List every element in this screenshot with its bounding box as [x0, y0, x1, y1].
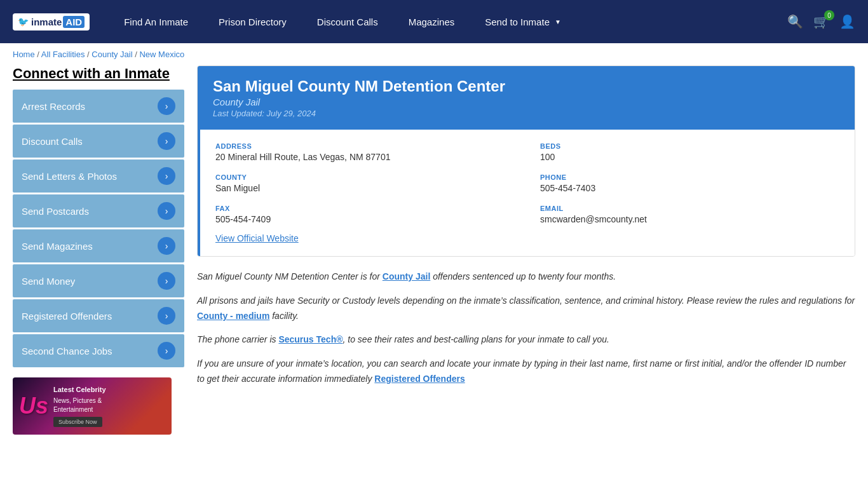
- sidebar-item-label: Send Money: [22, 276, 75, 287]
- sidebar-item-label: Discount Calls: [22, 136, 83, 147]
- sidebar-arrow-icon: ›: [158, 342, 175, 360]
- search-icon: 🔍: [787, 14, 803, 29]
- desc-para1-before: San Miguel County NM Detention Center is…: [197, 271, 383, 281]
- desc-para3-after: , to see their rates and best-calling pl…: [343, 334, 609, 344]
- sidebar-item-arrest-records[interactable]: Arrest Records ›: [13, 90, 184, 123]
- sidebar-menu: Arrest Records › Discount Calls › Send L…: [13, 90, 184, 367]
- desc-para4: If you are unsure of your inmate’s locat…: [197, 356, 855, 387]
- sidebar-arrow-icon: ›: [158, 167, 175, 185]
- official-website-link[interactable]: View Official Website: [215, 233, 299, 243]
- email-value: smcwarden@smcounty.net: [540, 214, 839, 224]
- fax-section: FAX 505-454-7409: [215, 205, 515, 224]
- sidebar-arrow-icon: ›: [158, 97, 175, 115]
- breadcrumb-all-facilities[interactable]: All Facilities: [41, 50, 85, 59]
- nav-links: Find An Inmate Prison Directory Discount…: [109, 0, 787, 43]
- sidebar-item-discount-calls[interactable]: Discount Calls ›: [13, 125, 184, 158]
- ad-subscribe-button[interactable]: Subscribe Now: [53, 417, 102, 427]
- address-label: ADDRESS: [215, 142, 515, 150]
- sidebar-title: Connect with an Inmate: [13, 65, 184, 82]
- logo-aid: AID: [63, 16, 85, 28]
- breadcrumb-home[interactable]: Home: [13, 50, 35, 59]
- beds-value: 100: [540, 152, 839, 162]
- breadcrumb: Home / All Facilities / County Jail / Ne…: [0, 43, 868, 65]
- cart-button[interactable]: 🛒 0: [813, 14, 829, 29]
- ad-logo: Us: [19, 393, 48, 419]
- phone-label: PHONE: [540, 173, 839, 181]
- sidebar-item-label: Registered Offenders: [22, 311, 112, 322]
- sidebar-arrow-icon: ›: [158, 307, 175, 325]
- facility-description: San Miguel County NM Detention Center is…: [197, 269, 855, 387]
- sidebar-item-label: Arrest Records: [22, 101, 85, 112]
- county-value: San Miguel: [215, 183, 515, 193]
- sidebar-item-label: Send Letters & Photos: [22, 171, 117, 182]
- ad-line1: Latest Celebrity: [53, 385, 106, 395]
- nav-find-inmate[interactable]: Find An Inmate: [109, 0, 203, 43]
- sidebar-arrow-icon: ›: [158, 272, 175, 290]
- nav-send-to-inmate-label: Send to Inmate: [485, 17, 550, 27]
- desc-county-jail-link[interactable]: County Jail: [383, 271, 430, 281]
- sidebar-item-send-magazines[interactable]: Send Magazines ›: [13, 229, 184, 262]
- sidebar-item-send-postcards[interactable]: Send Postcards ›: [13, 194, 184, 227]
- desc-para1-after: offenders sentenced up to twenty four mo…: [430, 271, 616, 281]
- beds-section: BEDS 100: [540, 142, 839, 162]
- nav-icons: 🔍 🛒 0 👤: [787, 14, 855, 29]
- desc-para2-after: facility.: [269, 311, 299, 321]
- email-label: EMAIL: [540, 205, 839, 212]
- sidebar-item-label: Send Postcards: [22, 206, 89, 217]
- dropdown-arrow-icon: ▼: [555, 18, 561, 25]
- breadcrumb-county-jail[interactable]: County Jail: [92, 50, 132, 59]
- ad-text: Latest Celebrity News, Pictures & Entert…: [53, 385, 106, 427]
- facility-name: San Miguel County NM Detention Center: [213, 78, 839, 95]
- facility-updated: Last Updated: July 29, 2024: [213, 109, 839, 118]
- sidebar-arrow-icon: ›: [158, 237, 175, 255]
- logo-bird-icon: 🐦: [18, 17, 29, 27]
- county-section: COUNTY San Miguel: [215, 173, 515, 193]
- user-button[interactable]: 👤: [839, 14, 855, 29]
- ad-banner[interactable]: Us Latest Celebrity News, Pictures & Ent…: [13, 377, 172, 435]
- phone-section: PHONE 505-454-7403: [540, 173, 839, 193]
- breadcrumb-state[interactable]: New Mexico: [139, 50, 184, 59]
- sidebar-item-send-money[interactable]: Send Money ›: [13, 264, 184, 297]
- main-content: San Miguel County NM Detention Center Co…: [197, 65, 855, 435]
- ad-line3: Entertainment: [53, 406, 93, 413]
- facility-header: San Miguel County NM Detention Center Co…: [198, 66, 855, 130]
- logo[interactable]: 🐦 inmate AID: [13, 13, 90, 30]
- desc-county-medium-link[interactable]: County - medium: [197, 311, 269, 321]
- desc-securus-link[interactable]: Securus Tech®: [278, 334, 342, 344]
- desc-para1: San Miguel County NM Detention Center is…: [197, 269, 855, 285]
- facility-type: County Jail: [213, 97, 839, 107]
- nav-send-to-inmate[interactable]: Send to Inmate ▼: [470, 0, 576, 43]
- address-section: ADDRESS 20 Mineral Hill Route, Las Vegas…: [215, 142, 515, 162]
- sidebar-item-label: Second Chance Jobs: [22, 346, 112, 356]
- county-label: COUNTY: [215, 173, 515, 181]
- address-value: 20 Mineral Hill Route, Las Vegas, NM 877…: [215, 152, 515, 162]
- facility-details: ADDRESS 20 Mineral Hill Route, Las Vegas…: [198, 130, 855, 256]
- logo-text: inmate: [31, 17, 62, 27]
- sidebar-item-label: Send Magazines: [22, 241, 93, 252]
- sidebar-item-registered-offenders[interactable]: Registered Offenders ›: [13, 299, 184, 332]
- main-nav: 🐦 inmate AID Find An Inmate Prison Direc…: [0, 0, 868, 43]
- search-button[interactable]: 🔍: [787, 14, 803, 29]
- ad-line2: News, Pictures &: [53, 397, 102, 404]
- desc-para2: All prisons and jails have Security or C…: [197, 294, 855, 324]
- user-icon: 👤: [839, 14, 855, 29]
- sidebar-arrow-icon: ›: [158, 202, 175, 220]
- fax-label: FAX: [215, 205, 515, 212]
- facility-card: San Miguel County NM Detention Center Co…: [197, 65, 855, 257]
- beds-label: BEDS: [540, 142, 839, 150]
- nav-magazines[interactable]: Magazines: [393, 0, 470, 43]
- sidebar-arrow-icon: ›: [158, 132, 175, 150]
- phone-value: 505-454-7403: [540, 183, 839, 193]
- fax-value: 505-454-7409: [215, 214, 515, 224]
- nav-discount-calls[interactable]: Discount Calls: [302, 0, 393, 43]
- sidebar-item-second-chance-jobs[interactable]: Second Chance Jobs ›: [13, 334, 184, 367]
- desc-registered-offenders-link[interactable]: Registered Offenders: [374, 374, 465, 384]
- sidebar: Connect with an Inmate Arrest Records › …: [13, 65, 184, 435]
- nav-prison-directory[interactable]: Prison Directory: [203, 0, 302, 43]
- cart-badge: 0: [824, 10, 834, 20]
- sidebar-item-send-letters[interactable]: Send Letters & Photos ›: [13, 159, 184, 193]
- desc-para3-before: The phone carrier is: [197, 334, 278, 344]
- desc-para2-text: All prisons and jails have Security or C…: [197, 295, 855, 306]
- desc-para3: The phone carrier is Securus Tech®, to s…: [197, 332, 855, 348]
- desc-para4-before: If you are unsure of your inmate’s locat…: [197, 358, 846, 384]
